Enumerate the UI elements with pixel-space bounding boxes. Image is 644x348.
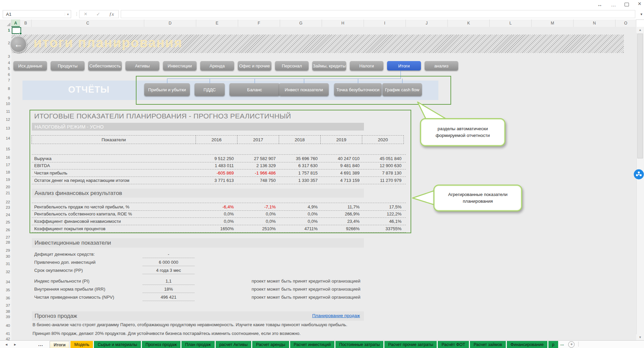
row-header-24[interactable]: 24	[0, 213, 10, 217]
nav-button-Активы[interactable]: Активы	[125, 61, 159, 70]
row-header-22[interactable]: 22	[0, 200, 10, 204]
column-header-E[interactable]: E	[196, 19, 238, 27]
report-button-ПДДС[interactable]: ПДДС	[195, 83, 225, 96]
row-header-6[interactable]: 6	[0, 72, 10, 77]
nav-button-Офис и прочие[interactable]: Офис и прочие	[238, 61, 271, 70]
name-box-dropdown-icon[interactable]: ▾	[65, 12, 71, 16]
sheet-tab-Постоянные затраты[interactable]: Постоянные затраты	[335, 341, 383, 348]
sheet-tab-Прогноз продаж[interactable]: Прогноз продаж	[142, 341, 180, 348]
nav-button-Налоги[interactable]: Налоги	[350, 61, 383, 70]
row-header-23[interactable]: 23	[0, 205, 10, 209]
sheet-tab-Сырье и материалы[interactable]: Сырье и материалы	[94, 341, 141, 348]
sheet-tab-Модель[interactable]: Модель	[70, 341, 93, 348]
row-header-3[interactable]: 3	[0, 54, 10, 58]
report-button-Баланс[interactable]: Баланс	[229, 83, 280, 96]
column-header-L[interactable]: L	[490, 19, 532, 27]
row-header-5[interactable]: 5	[0, 66, 10, 70]
nav-button-Итоги[interactable]: Итоги	[387, 61, 421, 70]
investment-value[interactable]: 1,1	[143, 279, 195, 285]
nav-button-анализ[interactable]: анализ	[425, 61, 458, 70]
sheet-tab-Расчет аренды[interactable]: Расчет аренды	[252, 341, 289, 348]
sheet-tab-Итоги[interactable]: Итоги	[50, 341, 69, 348]
sheet-tab-Расчет инвестиций[interactable]: Расчет инвестиций	[290, 341, 335, 348]
sheet-tab-Расчёт ФОТ[interactable]: Расчёт ФОТ	[438, 341, 469, 348]
row-header-19[interactable]: 19	[0, 178, 10, 182]
column-header-D[interactable]: D	[144, 19, 196, 27]
nav-button-Займы, кредиты[interactable]: Займы, кредиты	[312, 61, 346, 70]
column-header-A[interactable]: A	[11, 19, 20, 27]
nav-button-Аренда[interactable]: Аренда	[200, 61, 234, 70]
column-header-G[interactable]: G	[280, 19, 322, 27]
restore-window-icon[interactable]	[625, 3, 629, 6]
select-all-corner[interactable]	[0, 19, 11, 27]
column-header-O[interactable]: O	[615, 19, 636, 27]
row-header-38[interactable]: 38	[0, 309, 10, 313]
name-box[interactable]: A1 ▾	[3, 10, 71, 18]
row-header-27[interactable]: 27	[0, 235, 10, 239]
hidden-sheets-indicator[interactable]: ...	[38, 342, 43, 347]
scroll-up-icon[interactable]: ▲	[636, 27, 644, 33]
row-header-10[interactable]: 10	[0, 102, 10, 106]
row-header-31[interactable]: 31	[0, 262, 10, 266]
back-button[interactable]: ←	[10, 36, 27, 53]
row-header-16[interactable]: 16	[0, 155, 10, 159]
row-header-35[interactable]: 35	[0, 288, 10, 292]
row-header-15[interactable]: 15	[0, 147, 10, 151]
investment-value[interactable]: 4 года 3 мес	[143, 268, 195, 274]
tabs-scroll-left-icon[interactable]: ◄	[5, 343, 8, 346]
investment-value[interactable]: -	[143, 252, 195, 258]
sheet-tab-Расчет прочие затраты[interactable]: Расчет прочие затраты	[384, 341, 437, 348]
resize-horizontal-icon[interactable]: ↔	[597, 2, 602, 7]
column-header-B[interactable]: B	[20, 19, 32, 27]
insert-function-icon[interactable]: ƒx	[109, 11, 114, 17]
row-header-8[interactable]: 8	[0, 87, 10, 91]
row-header-39[interactable]: 39	[0, 315, 10, 319]
floating-addin-icon[interactable]	[634, 169, 644, 180]
row-header-13[interactable]: 13	[0, 126, 10, 130]
scroll-down-icon[interactable]: ▼	[636, 334, 644, 340]
row-header-4[interactable]: 4	[0, 61, 10, 65]
investment-value[interactable]: 18%	[143, 287, 195, 293]
row-header-34[interactable]: 34	[0, 280, 10, 284]
row-header-29[interactable]: 29	[0, 248, 10, 252]
sheet-tab-расчет Активы[interactable]: расчет Активы	[216, 341, 252, 348]
row-header-25[interactable]: 25	[0, 220, 10, 224]
column-header-N[interactable]: N	[574, 19, 615, 27]
investment-value[interactable]: 496 421	[143, 295, 195, 301]
report-button-Прибыли и убытки[interactable]: Прибыли и убытки	[144, 83, 190, 96]
row-header-12[interactable]: 12	[0, 117, 10, 121]
close-icon[interactable]: ×	[638, 0, 641, 7]
investment-value[interactable]: 6 000 000	[143, 260, 195, 266]
nav-button-Персонал[interactable]: Персонал	[275, 61, 309, 70]
report-button-График cash flow[interactable]: График cash flow	[382, 83, 422, 96]
active-cell-a1[interactable]	[12, 27, 21, 34]
row-header-11[interactable]: 11	[0, 109, 10, 113]
more-options-icon[interactable]: …	[611, 2, 616, 7]
row-header-2[interactable]: 2	[0, 41, 10, 45]
sheet-tab-План продаж[interactable]: План продаж	[181, 341, 215, 348]
nav-button-Продукты[interactable]: Продукты	[51, 61, 84, 70]
column-header-J[interactable]: J	[406, 19, 448, 27]
sheet-tab-Расчет займов[interactable]: Расчет займов	[470, 341, 506, 348]
row-header-17[interactable]: 17	[0, 163, 10, 167]
column-header-M[interactable]: M	[532, 19, 574, 27]
formula-input[interactable]	[121, 10, 635, 18]
vertical-scroll-thumb[interactable]	[637, 34, 643, 158]
row-header-37[interactable]: 37	[0, 303, 10, 307]
row-header-14[interactable]: 14	[0, 136, 10, 140]
column-header-C[interactable]: C	[32, 19, 144, 27]
row-header-9[interactable]: 9	[0, 96, 10, 100]
row-header-1[interactable]: 1	[0, 28, 10, 32]
add-sheet-button[interactable]: +	[568, 341, 575, 348]
column-header-H[interactable]: H	[322, 19, 364, 27]
row-header-41[interactable]: 41	[0, 332, 10, 336]
row-header-36[interactable]: 36	[0, 296, 10, 300]
row-header-7[interactable]: 7	[0, 78, 10, 82]
tabs-scroll-right-icon[interactable]: ►	[13, 343, 17, 346]
report-button-Инвест показатели[interactable]: Инвест показатели	[279, 83, 329, 96]
formula-bar-expand-icon[interactable]: ▾	[640, 12, 642, 16]
nav-button-Исх.данные[interactable]: Исх.данные	[13, 61, 47, 70]
row-header-40[interactable]: 40	[0, 324, 10, 328]
row-header-18[interactable]: 18	[0, 170, 10, 174]
cancel-entry-icon[interactable]: ×	[84, 11, 87, 17]
